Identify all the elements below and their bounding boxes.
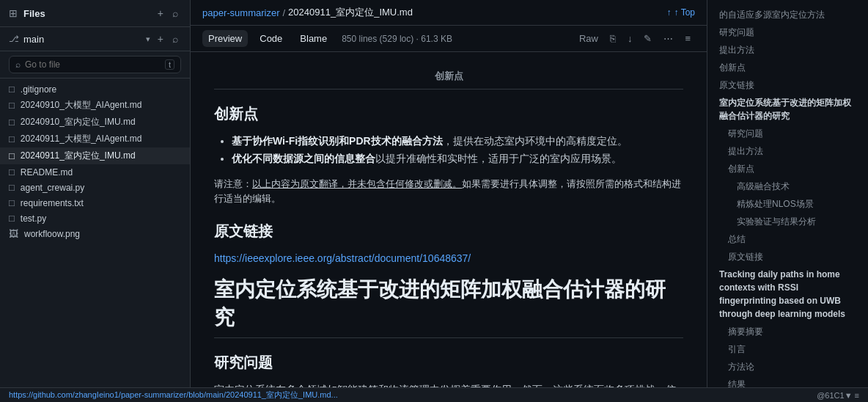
file-name: 20240910_室内定位_IMU.md [21,116,136,128]
toc-item[interactable]: 原文链接 [707,76,868,94]
file-type-icon: □ [9,213,15,224]
bullet2-rest: 以提升准确性和实时性，适用于广泛的室内应用场景。 [375,153,622,164]
toc-item[interactable]: 室内定位系统基于改进的矩阵加权融合估计器的研究 [707,94,868,125]
file-item[interactable]: □requirements.txt [0,195,190,211]
file-type-icon: □ [9,150,15,161]
file-type-icon: □ [9,84,15,95]
toc-item[interactable]: 提出方法 [707,142,868,160]
files-icon: ⊞ [9,7,18,19]
toc-item[interactable]: 创新点 [707,59,868,76]
section4-title: 研究问题 [214,353,683,373]
tab-code[interactable]: Code [254,30,288,47]
toc-item[interactable]: 的自适应多源室内定位方法 [707,6,868,23]
tab-blame[interactable]: Blame [294,30,333,47]
file-type-icon: □ [9,167,15,178]
bullet2-bold: 优化不同数据源之间的信息整合 [232,153,375,164]
branch-selector: ⎇ main ▾ + ⌕ [0,27,190,51]
file-type-icon: □ [9,197,15,208]
add-file-button[interactable]: + [155,6,166,21]
breadcrumb-bar: paper-summarizer / 20240911_室内定位_IMU.md … [191,0,707,26]
outline-button[interactable]: ≡ [680,31,695,46]
search-bar-container: ⌕ t [0,51,190,78]
toc-item[interactable]: 引言 [707,340,868,358]
search-toggle-button[interactable]: ⌕ [169,6,181,21]
breadcrumb-repo-link[interactable]: paper-summarizer [202,7,279,18]
toc-item[interactable]: 总结 [707,230,868,248]
file-item[interactable]: □test.py [0,211,190,226]
file-type-icon: □ [9,117,15,128]
file-name: workfloow.png [24,229,80,239]
file-name: 20240910_大模型_AIAgent.md [21,99,141,112]
branch-actions: + ⌕ [155,32,181,46]
file-item[interactable]: □20240911_室内定位_IMU.md [0,147,190,164]
list-item-1: 基于协作Wi-Fi指纹识别和PDR技术的融合方法，提供在动态室内环境中的高精度定… [232,133,683,150]
top-label: ↑ Top [674,7,695,18]
breadcrumb-file: 20240911_室内定位_IMU.md [288,6,413,19]
download-button[interactable]: ↓ [623,31,637,46]
file-type-icon: □ [9,100,15,111]
bullet1-rest: ，提供在动态室内环境中的高精度定位。 [443,135,628,147]
section-chuangxindian: 创新点 [214,104,683,124]
search-shortcut: t [165,59,174,70]
raw-button[interactable]: Raw [575,31,603,46]
tab-preview[interactable]: Preview [202,30,248,47]
file-name: .gitignore [21,84,56,95]
add-branch-button[interactable]: + [155,32,166,46]
branch-name: main [23,34,141,45]
status-right: @61C1▼ ≡ [817,391,859,400]
notice-paragraph: 请注意：以上内容为原文翻译，并未包含任何修改或删减。如果需要进行具体调整，请按照… [214,177,683,208]
file-name: test.py [21,213,46,224]
main-area: paper-summarizer / 20240911_室内定位_IMU.md … [191,0,707,402]
file-item[interactable]: □README.md [0,164,190,180]
toc-item[interactable]: 提出方法 [707,41,868,59]
innovation-list: 基于协作Wi-Fi指纹识别和PDR技术的融合方法，提供在动态室内环境中的高精度定… [214,133,683,168]
file-item[interactable]: □20240910_大模型_AIAgent.md [0,97,190,114]
list-item-2: 优化不同数据源之间的信息整合以提升准确性和实时性，适用于广泛的室内应用场景。 [232,150,683,168]
search-files-button[interactable]: ⌕ [169,32,181,46]
sidebar-title: Files [23,8,149,19]
toc-item[interactable]: 方法论 [707,358,868,376]
search-bar-inner: ⌕ t [9,56,181,73]
file-item[interactable]: □20240910_室内定位_IMU.md [0,114,190,131]
file-type-icon: □ [9,182,15,193]
top-button[interactable]: ↑ ↑ Top [667,7,695,18]
more-button[interactable]: ⋯ [659,31,677,46]
status-url[interactable]: https://github.com/zhangIeino1/paper-sum… [9,390,338,401]
toc-item[interactable]: 研究问题 [707,23,868,41]
toc-item[interactable]: 创新点 [707,160,868,178]
toc-container: 的自适应多源室内定位方法研究问题提出方法创新点原文链接室内定位系统基于改进的矩阵… [707,6,868,402]
search-icon: ⌕ [15,59,21,70]
section3-title: 室内定位系统基于改进的矩阵加权融合估计器的研究 [214,276,683,338]
file-stats: 850 lines (529 loc) · 61.3 KB [342,34,452,44]
toc-item[interactable]: 原文链接 [707,248,868,266]
toc-item[interactable]: 高级融合技术 [707,178,868,195]
file-name: 20240911_室内定位_IMU.md [21,150,136,162]
file-item[interactable]: □.gitignore [0,81,190,97]
file-type-icon: □ [9,134,15,145]
file-item[interactable]: □agent_crewai.py [0,180,190,195]
file-name: README.md [21,167,73,178]
meta-actions: Raw ⎘ ↓ ✎ ⋯ ≡ [575,31,695,46]
sidebar-controls: + ⌕ [155,6,181,21]
edit-button[interactable]: ✎ [639,31,656,46]
copy-button[interactable]: ⎘ [606,31,620,46]
toc-item[interactable]: 实验验证与结果分析 [707,213,868,230]
toc-item[interactable]: 摘要摘要 [707,323,868,340]
file-list: (function() { const data = JSON.parse(do… [0,78,190,402]
file-item[interactable]: □20240911_大模型_AIAgent.md [0,131,190,147]
notice-underline: 以上内容为原文翻译，并未包含任何修改或删减。 [252,178,462,189]
toc-item[interactable]: Tracking daily paths in home contexts wi… [707,266,868,323]
file-item[interactable]: 🖼workfloow.png [0,226,190,241]
content-area: 创新点 创新点 基于协作Wi-Fi指纹识别和PDR技术的融合方法，提供在动态室内… [191,52,707,402]
search-input[interactable] [25,59,161,70]
top-arrow-icon: ↑ [667,7,672,18]
branch-icon: ⎇ [9,34,19,44]
toc-item[interactable]: 精炼处理NLOS场景 [707,195,868,213]
toc-item[interactable]: 研究问题 [707,125,868,142]
paper-link[interactable]: https://ieeexplore.ieee.org/abstract/doc… [214,252,471,264]
branch-dropdown-icon[interactable]: ▾ [146,34,150,44]
sidebar-header: ⊞ Files + ⌕ [0,0,190,27]
notice-label: 请注意： [214,178,252,189]
toc-panel: 的自适应多源室内定位方法研究问题提出方法创新点原文链接室内定位系统基于改进的矩阵… [707,0,868,402]
file-name: requirements.txt [21,198,84,208]
